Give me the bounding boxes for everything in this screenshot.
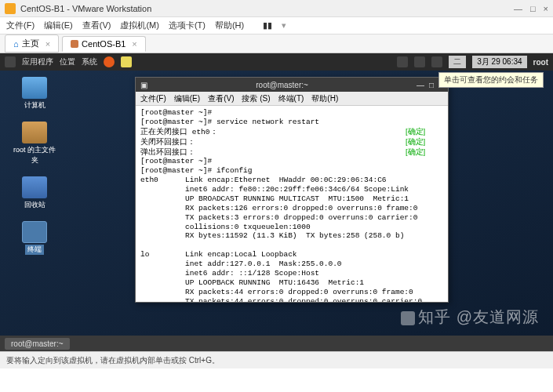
term-menu-view[interactable]: 查看(V): [208, 93, 234, 104]
desktop-computer[interactable]: 计算机: [13, 77, 56, 111]
minimize-button[interactable]: —: [514, 4, 522, 13]
desktop-icons: 计算机 root 的主文件夹 回收站 终端: [13, 77, 56, 255]
tray-icon-1[interactable]: [397, 56, 408, 67]
zhihu-logo-icon: [401, 311, 415, 325]
home-icon: ⌂: [13, 39, 19, 49]
vm-icon: [71, 40, 78, 48]
clock-day[interactable]: 二: [449, 56, 466, 68]
clock-date[interactable]: 3月 29 06:34: [472, 56, 526, 68]
note-icon[interactable]: [121, 56, 132, 67]
trash-icon: [22, 176, 47, 198]
gnome-foot-icon[interactable]: [5, 56, 16, 67]
tab-home-label: 主页: [22, 38, 39, 49]
tab-vm-close[interactable]: ×: [132, 39, 136, 49]
terminal-app-icon: ▣: [140, 81, 147, 89]
term-menu-edit[interactable]: 编辑(E): [174, 93, 200, 104]
tray-icon-2[interactable]: [414, 56, 425, 67]
vm-tab-row: ⌂ 主页 × CentOS-B1 ×: [0, 34, 553, 53]
terminal-window[interactable]: ▣ root@master:~ — □ × 文件(F) 编辑(E) 查看(V) …: [135, 77, 449, 303]
home-folder-icon: [22, 122, 47, 143]
terminal-titlebar[interactable]: ▣ root@master:~ — □ ×: [136, 78, 448, 92]
status-text: 要将输入定向到该虚拟机，请在虚拟机内部单击或按 Ctrl+G。: [6, 355, 220, 366]
term-menu-terminal[interactable]: 终端(T): [278, 93, 304, 104]
tab-home-close[interactable]: ×: [45, 39, 50, 49]
clock-tooltip: 单击可查看您的约会和任务: [438, 72, 544, 88]
menu-tabs[interactable]: 选项卡(T): [169, 20, 206, 31]
desktop-terminal[interactable]: 终端: [13, 221, 56, 255]
desktop-home[interactable]: root 的主文件夹: [13, 122, 56, 165]
user-menu[interactable]: root: [533, 58, 548, 67]
gnome-places[interactable]: 位置: [60, 56, 75, 67]
menu-vm[interactable]: 虚拟机(M): [120, 20, 159, 31]
gnome-top-panel: 应用程序 位置 系统 二 3月 29 06:34 root: [0, 53, 553, 71]
maximize-button[interactable]: □: [530, 4, 536, 13]
menu-help[interactable]: 帮助(H): [215, 20, 244, 31]
terminal-menubar: 文件(F) 编辑(E) 查看(V) 搜索 (S) 终端(T) 帮助(H): [136, 92, 448, 106]
volume-icon[interactable]: [431, 56, 442, 67]
tab-vm[interactable]: CentOS-B1 ×: [62, 36, 146, 52]
term-menu-file[interactable]: 文件(F): [140, 93, 166, 104]
pause-icon[interactable]: ▮▮: [263, 20, 272, 31]
tab-home[interactable]: ⌂ 主页 ×: [5, 34, 59, 53]
guest-desktop[interactable]: 应用程序 位置 系统 二 3月 29 06:34 root 单击可查看您的约会和…: [0, 53, 553, 351]
tab-vm-label: CentOS-B1: [82, 39, 126, 49]
terminal-icon: [22, 221, 47, 243]
gnome-bottom-panel: root@master:~: [0, 336, 553, 351]
app-menubar: 文件(F) 编辑(E) 查看(V) 虚拟机(M) 选项卡(T) 帮助(H) ▮▮…: [0, 17, 553, 34]
app-titlebar: CentOS-B1 - VMware Workstation — □ ×: [0, 0, 553, 17]
dropdown-icon[interactable]: ▾: [282, 20, 286, 31]
vmware-statusbar: 要将输入定向到该虚拟机，请在虚拟机内部单击或按 Ctrl+G。: [0, 351, 553, 368]
gnome-system[interactable]: 系统: [82, 56, 97, 67]
terminal-body[interactable]: [root@master ~]# [root@master ~]# servic…: [136, 106, 448, 302]
menu-file[interactable]: 文件(F): [6, 20, 35, 31]
gnome-apps[interactable]: 应用程序: [22, 56, 53, 67]
taskbar-task[interactable]: root@master:~: [5, 338, 70, 350]
menu-view[interactable]: 查看(V): [82, 20, 111, 31]
firefox-icon[interactable]: [104, 56, 115, 67]
vmware-logo-icon: [5, 3, 16, 14]
term-menu-search[interactable]: 搜索 (S): [242, 93, 270, 104]
close-button[interactable]: ×: [544, 4, 548, 13]
window-title: CentOS-B1 - VMware Workstation: [20, 4, 514, 13]
term-menu-help[interactable]: 帮助(H): [311, 93, 338, 104]
terminal-title: root@master:~: [147, 81, 417, 89]
watermark: 知乎 @友道网源: [401, 307, 539, 328]
desktop-trash[interactable]: 回收站: [13, 176, 56, 210]
menu-edit[interactable]: 编辑(E): [44, 20, 73, 31]
terminal-min-button[interactable]: —: [417, 81, 424, 89]
terminal-max-button[interactable]: □: [429, 81, 434, 89]
computer-icon: [22, 77, 47, 99]
